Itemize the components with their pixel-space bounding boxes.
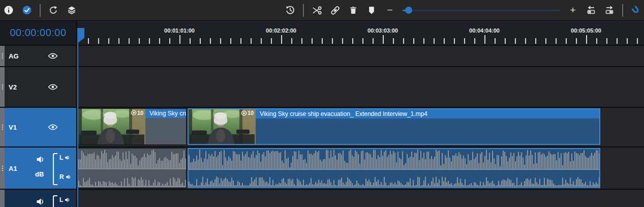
video-clip[interactable]: 10 Viking Sky cruise ship evacuation_ Ex… [188, 108, 600, 145]
zoom-in-button[interactable]: + [567, 5, 578, 16]
speaker-icon[interactable] [65, 155, 70, 160]
channel-right-label: R [59, 173, 64, 181]
ruler-tick [108, 38, 109, 44]
ruler-tick [118, 38, 119, 44]
ruler-tick [576, 38, 577, 44]
waveform-left-channel [189, 150, 599, 170]
ruler-tick [627, 38, 628, 44]
track-header-ag[interactable]: AG [0, 46, 77, 66]
ruler-tick [139, 38, 140, 44]
track-header-v2[interactable]: V2 [0, 67, 77, 107]
ruler-tick [200, 38, 201, 44]
ruler-tick [556, 38, 557, 44]
trash-icon[interactable] [348, 5, 359, 16]
info-icon[interactable] [3, 5, 14, 16]
channel-bracket [53, 153, 57, 185]
playhead-line[interactable] [77, 42, 78, 207]
track-label: V1 [9, 124, 17, 131]
insert-left-icon[interactable] [586, 5, 597, 16]
ruler-tick [434, 38, 435, 44]
ruler-tick [342, 38, 343, 44]
reset-icon[interactable] [48, 5, 59, 16]
timeline-zoom-slider[interactable] [403, 5, 560, 16]
history-icon[interactable] [285, 5, 296, 16]
speaker-icon[interactable] [65, 197, 70, 202]
clip-thumbnail: 10 [189, 109, 256, 144]
track-row-v2: V2 [0, 67, 644, 107]
snap-magnet-icon[interactable] [630, 5, 641, 16]
zoom-out-button[interactable]: − [384, 5, 395, 16]
track-header-a2[interactable]: L [0, 190, 77, 207]
clip-title: Viking Sky cru [145, 109, 186, 118]
track-lane-a1 [77, 147, 644, 189]
ruler-timestamp: 00:04:04:00 [469, 27, 500, 34]
timeline-ruler[interactable]: 00:01:01:0000:02:02:0000:03:03:0000:04:0… [77, 21, 644, 45]
track-row-v1: V1 [0, 108, 644, 146]
link-icon[interactable] [329, 5, 341, 16]
eye-icon[interactable] [48, 83, 58, 91]
track-drag-handle[interactable] [0, 46, 5, 66]
audio-clip[interactable] [78, 148, 187, 188]
layers-icon[interactable] [66, 5, 77, 16]
toolbar: − + [0, 0, 644, 20]
ruler-tick [240, 38, 241, 44]
ruler-tick [373, 38, 374, 44]
ruler-tick [454, 38, 455, 44]
audio-clip[interactable] [188, 148, 600, 188]
ruler-tick [312, 38, 313, 44]
speaker-icon[interactable] [36, 198, 45, 205]
ruler-tick [393, 38, 394, 44]
insert-right-icon[interactable] [604, 5, 615, 16]
zoom-slider-track[interactable] [403, 10, 560, 11]
ruler-tick [464, 38, 465, 44]
ruler-tick [413, 38, 414, 44]
channel-left-label: L [59, 154, 63, 161]
waveform-right-channel [189, 175, 599, 187]
timecode-display[interactable]: 00:00:00:00 [0, 21, 77, 45]
ruler-tick [637, 38, 638, 44]
ruler-tick [474, 38, 475, 44]
ruler-tick [210, 38, 211, 44]
ruler-tick [403, 38, 404, 44]
track-drag-handle[interactable] [0, 190, 5, 207]
ruler-tick [271, 38, 272, 44]
track-drag-handle[interactable] [0, 67, 5, 107]
ruler-tick [251, 38, 252, 44]
track-row-a1: A1 dB L R [0, 147, 644, 189]
track-header-v1[interactable]: V1 [0, 108, 77, 146]
ruler-tick [332, 38, 333, 44]
speaker-icon[interactable] [36, 156, 45, 163]
ruler-tick [606, 38, 607, 44]
track-header-a1[interactable]: A1 dB L R [0, 147, 77, 189]
track-label: V2 [9, 83, 17, 91]
eye-icon[interactable] [48, 124, 58, 131]
track-drag-handle[interactable] [0, 147, 5, 189]
track-row-ag: AG [0, 46, 644, 66]
ruler-tick [322, 38, 323, 44]
ruler-tick [129, 38, 130, 44]
track-lane-v1: 10 Viking Sky cru [77, 108, 644, 146]
gain-db-label[interactable]: dB [35, 170, 44, 178]
ruler-timestamp: 00:02:02:00 [266, 27, 296, 34]
track-lane-a2 [77, 190, 644, 207]
eye-icon[interactable] [48, 52, 58, 60]
ruler-tick [230, 38, 231, 44]
ruler-tick [261, 38, 262, 44]
ruler-tick [423, 38, 424, 44]
ruler-tick [291, 38, 292, 44]
ruler-tick [362, 38, 363, 44]
ruler-tick [149, 38, 150, 44]
zoom-slider-knob[interactable] [405, 7, 412, 14]
cut-scissors-icon[interactable] [311, 5, 322, 16]
ruler-tick [596, 38, 597, 44]
waveform-left-channel [78, 149, 186, 169]
speaker-icon[interactable] [66, 174, 71, 180]
ruler-tick [515, 38, 516, 44]
track-row-a2: L [0, 190, 644, 207]
marker-icon[interactable] [366, 5, 377, 16]
approve-check-icon[interactable] [21, 5, 33, 16]
svg-text:10: 10 [248, 110, 254, 116]
video-clip[interactable]: 10 Viking Sky cru [78, 108, 187, 145]
track-drag-handle[interactable] [0, 108, 5, 146]
waveform-right-channel [78, 176, 186, 187]
